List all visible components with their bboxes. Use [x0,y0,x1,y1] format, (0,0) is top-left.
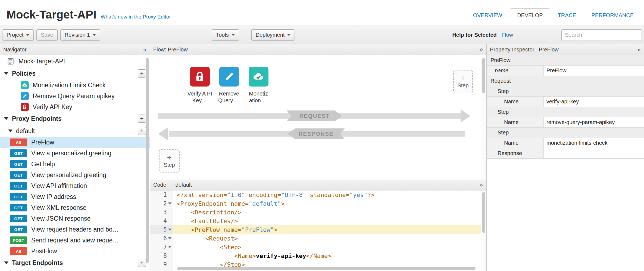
inspector-value-field[interactable]: PreFlow [544,66,644,76]
nav-item-send-request-and-view-reque[interactable]: POSTSend request and view reque… [0,235,150,246]
navigator-title: Navigator [3,47,27,53]
nav-item-get-help[interactable]: GETGet help [0,159,150,170]
flow-step-verify-a-pi-key[interactable]: Verify A PI Key… [185,67,215,104]
line-number: 8 [150,251,173,260]
add-proxy-endpoint-button[interactable]: + [138,115,146,123]
add-target-endpoint-button[interactable]: + [138,259,146,267]
inspector-value-field[interactable]: monetization-limits-check [544,138,644,148]
chevron-down-icon [4,117,8,120]
code-line[interactable]: 4 <FaultRules/> [150,217,481,225]
help-flow-link[interactable]: Flow [502,32,513,38]
code-line[interactable]: 5 <PreFlow name="PreFlow"> [150,225,481,234]
nav-item-mock-target-api[interactable]: Mock-Target-API [0,55,150,67]
code-line[interactable]: 6 <Request> [150,234,481,243]
tab-trace[interactable]: TRACE [550,12,584,26]
tools-menu-button[interactable]: Tools [212,29,239,41]
code-line-body: <FaultRules/> [173,217,481,225]
nav-item-view-request-headers-and-bo[interactable]: GETView request headers and bo… [0,224,150,235]
inspector-value-field[interactable]: remove-query-param-apikey [544,117,644,127]
line-number: 5 [150,225,173,234]
inspector-row-name: namePreFlow [487,66,644,76]
toolbar: Project Save Revision 1 Tools Deployment… [0,26,644,44]
inspector-section-request: Request [487,76,644,86]
fold-spacer [168,221,171,221]
nav-item-view-xml-response[interactable]: GETView XML response [0,202,150,213]
navigator-scrollbar[interactable] [146,58,149,263]
nav-item-verify-api-key[interactable]: Verify API Key [0,101,150,112]
nav-section-proxy-endpoints[interactable]: Proxy Endpoints+ [0,112,150,125]
add-step-button-bottom[interactable]: + Step [159,149,180,173]
nav-item-view-personalized-greeting[interactable]: GETView personalized greeting [0,170,150,180]
add-flow-button[interactable]: + [138,127,146,135]
expand-inspector-button[interactable]: » [637,46,641,53]
project-menu-button[interactable]: Project [2,29,34,41]
flow-step-monetiz-ation[interactable]: Monetiz ation … [243,67,273,104]
nav-item-view-api-affirmation[interactable]: GETView API affirmation [0,180,150,191]
inspector-section-label: PreFlow [487,55,644,65]
code-line-body: <Description/> [173,208,481,217]
nav-item-label: PreFlow [31,139,54,146]
code-scrollbar-horizontal[interactable] [177,267,476,270]
fold-toggle-icon[interactable] [168,246,171,248]
revision-menu-button[interactable]: Revision 1 [60,29,100,41]
help-for-selected-label: Help for Selected [452,32,496,38]
flow-step-remove-query[interactable]: Remove Query … [214,67,244,104]
deployment-menu-button[interactable]: Deployment [251,29,295,41]
code-line-body: <Step> [173,243,481,251]
tab-develop[interactable]: DEVELOP [510,8,550,26]
code-title: Code [153,182,166,188]
add-policy-button[interactable]: + [138,69,146,78]
lock-icon [190,67,210,87]
flow-scrollbar-thumb[interactable] [482,58,485,93]
code-scrollbar-track[interactable] [481,190,486,271]
nav-item-monetization-limits-check[interactable]: Monetization Limits Check [0,80,150,91]
inspector-value-field[interactable]: verify-api-key [544,97,644,107]
nav-item-label: PostFlow [31,248,57,255]
tab-performance[interactable]: PERFORMANCE [584,12,641,26]
nav-item-view-ip-address[interactable]: GETView IP address [0,191,150,202]
code-editor[interactable]: 1<?xml version="1.0" encoding="UTF-8" st… [150,190,486,271]
nav-group-default[interactable]: default+ [0,125,150,137]
nav-item-postflow[interactable]: AllPostFlow [0,246,150,257]
inspector-field-label: Name [487,117,544,127]
save-button[interactable]: Save [36,29,58,41]
code-line[interactable]: 1<?xml version="1.0" encoding="UTF-8" st… [150,190,481,199]
search-input[interactable] [561,29,642,41]
code-line[interactable]: 7 <Step> [150,243,481,251]
inspector-field-label: Name [487,97,544,107]
collapse-code-button[interactable]: » [478,183,485,186]
flow-scrollbar-track[interactable] [481,55,486,180]
code-line[interactable]: 8 <Name>verify-api-key</Name> [150,251,481,260]
proxy-editor-app: Mock-Target-API What's new in the Proxy … [0,0,644,271]
add-step-button-top[interactable]: + Step [453,70,473,93]
tab-overview[interactable]: OVERVIEW [465,12,510,26]
fold-spacer [168,212,171,213]
response-arrowhead-icon [158,127,168,140]
fold-toggle-icon[interactable] [168,229,171,231]
code-scrollbar-vertical[interactable] [482,192,485,233]
fold-toggle-icon[interactable] [168,202,171,205]
code-line[interactable]: 2<ProxyEndpoint name="default"> [150,199,481,208]
nav-item-label: View request headers and bo… [31,226,119,233]
code-line-body: <Name>verify-api-key</Name> [173,251,481,260]
nav-item-preflow[interactable]: AllPreFlow [0,137,150,148]
code-line[interactable]: 3 <Description/> [150,208,481,217]
collapse-navigator-button[interactable]: « [143,46,146,53]
nav-item-label: Monetization Limits Check [33,82,105,89]
flow-canvas[interactable]: REQUEST RESPONSE + Step + Step Verify A … [150,55,486,180]
nav-item-view-a-personalized-greeting[interactable]: GETView a personalized greeting [0,148,150,159]
whats-new-link[interactable]: What's new in the Proxy Editor [101,14,171,20]
chevron-down-icon [232,34,235,36]
lock-icon [21,103,29,111]
collapse-flow-button[interactable]: « [478,48,485,51]
nav-item-remove-query-param-apikey[interactable]: Remove Query Param apikey [0,91,150,101]
inspector-value-field[interactable] [544,148,644,158]
fold-toggle-icon[interactable] [168,237,171,239]
navigator-tree: Mock-Target-APIPolicies+Monetization Lim… [0,55,150,269]
nav-section-target-endpoints[interactable]: Target Endpoints+ [0,257,150,269]
nav-item-view-json-response[interactable]: GETView JSON response [0,213,150,224]
nav-section-policies[interactable]: Policies+ [0,67,150,80]
code-line-text: <PreFlow name="PreFlow"> [173,226,278,233]
nav-section-label: Target Endpoints [12,259,63,267]
tools-menu-label: Tools [216,32,229,38]
